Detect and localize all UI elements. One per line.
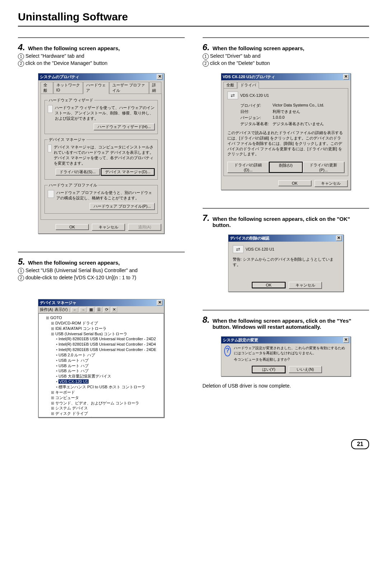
tab-hardware[interactable]: ハードウェア [83, 82, 109, 94]
yes-button[interactable]: はい(Y) [252, 366, 285, 373]
date-value: 利用できません [273, 109, 300, 114]
step6-sub2: click on the "Delete" button [210, 60, 270, 66]
toolbar-icon[interactable]: ✕ [111, 307, 117, 312]
step4-sub1: Select "Hardware" tab and [25, 53, 84, 59]
step7-head: When the following screen appears, click… [213, 214, 369, 228]
tree-item[interactable]: USB ルート ハブ [56, 363, 161, 369]
cancel-button[interactable]: キャンセル [92, 224, 125, 231]
tree-item[interactable]: ディスプレイ アダプタ [51, 416, 161, 417]
circled-1-icon: 1 [18, 268, 24, 274]
step8-number: 8. [203, 316, 210, 324]
wizard-icon [48, 105, 53, 113]
tree-item[interactable]: USB 2.0 ルート ハブ [56, 352, 161, 358]
tab-general[interactable]: 全般 [223, 82, 237, 89]
tree-root[interactable]: GOTO [46, 315, 161, 321]
msg-text: ハードウェア設定が変更されました。これらの変更を有効にするためにはコンピュータを… [234, 346, 348, 356]
tab-advanced[interactable]: 詳細 [149, 82, 161, 94]
step8-head: When the following screen appears, click… [213, 316, 369, 330]
step5-sub1: Select "USB (Universal Serial Bus) Contr… [25, 267, 138, 273]
circled-2-icon: 2 [18, 275, 24, 281]
msg2-text: 今コンピュータを再起動しますか? [234, 357, 348, 362]
driver-note: このデバイスで読み込まれたドライバ ファイルの詳細を表示するには、[ドライバの詳… [227, 130, 344, 157]
ok-button[interactable]: OK [252, 282, 285, 288]
close-icon[interactable]: ✕ [336, 236, 342, 241]
tree-item[interactable]: コンピュータ [51, 395, 161, 400]
tree-item[interactable]: Intel(R) 82801EB USB Universal Host Cont… [56, 347, 161, 352]
device-tree[interactable]: GOTO DVD/CD-ROM ドライブ IDE ATA/ATAPI コントロー… [38, 313, 164, 417]
dlg6-title: VDS CX-120 U1のプロパティ [223, 74, 275, 80]
tab-network-id[interactable]: ネットワーク ID [53, 82, 83, 94]
tree-item[interactable]: Intel(R) 82801EB USB Universal Host Cont… [56, 336, 161, 342]
tab-general[interactable]: 全般 [41, 82, 53, 94]
menu-view[interactable]: 表示(V) [55, 307, 68, 312]
toolbar-icon[interactable]: ▦ [88, 307, 94, 312]
device-name: VDS CX-120 U1 [246, 247, 274, 251]
close-icon[interactable]: ✕ [157, 74, 162, 80]
step4-head: When the following screen appears, [28, 43, 120, 51]
tree-item[interactable]: USB 大容量記憶装置デバイス [56, 374, 161, 379]
page-number: 21 [351, 439, 369, 449]
close-icon[interactable]: ✕ [343, 337, 349, 343]
forward-icon[interactable]: → [80, 307, 86, 312]
sig-value: デジタル署名されていません [273, 121, 324, 127]
tree-item[interactable]: システム デバイス [51, 406, 161, 411]
usb-icon [227, 91, 238, 99]
tree-item[interactable]: IDE ATA/ATAPI コントローラ [51, 326, 161, 331]
step5-head: When the following screen appears, [28, 257, 120, 266]
device-name: VDS CX-120 U1 [240, 93, 269, 98]
tree-item[interactable]: キーボード [51, 390, 161, 395]
device-manager-icon [48, 144, 52, 152]
group1-text: ハードウェア ウィザードを使って、ハードウェアのインストール、アンインストール、… [55, 105, 155, 121]
cancel-button[interactable]: キャンセル [289, 282, 322, 289]
date-label: 日付: [240, 109, 273, 114]
back-icon[interactable]: ← [71, 307, 78, 312]
page-title: Uninstalling Software [18, 11, 369, 27]
driver-details-button[interactable]: ドライバの詳細(D)... [227, 162, 269, 173]
close-icon[interactable]: ✕ [157, 300, 162, 305]
tab-driver[interactable]: ドライバ [237, 82, 259, 89]
tree-item[interactable]: サウンド、ビデオ、およびゲーム コントローラ [51, 400, 161, 406]
close-icon[interactable]: ✕ [343, 74, 349, 80]
tab-user-profile[interactable]: ユーザー プロファイル [109, 82, 149, 94]
ok-button[interactable]: OK [278, 180, 311, 186]
ver-value: 1.0.0.0 [273, 115, 285, 120]
toolbar-icon[interactable]: ☰ [96, 307, 102, 312]
step4-sub2: click on the "Device Manager" button [25, 60, 108, 66]
step6-sub1: Select "Driver" tab and [210, 53, 261, 59]
menu-action[interactable]: 操作(A) [40, 307, 53, 312]
tree-item-selected[interactable]: VDS CX-120 U1 [56, 379, 161, 384]
update-driver-button[interactable]: ドライバの更新(P)... [303, 162, 344, 173]
warning-text: 警告: システムからこのデバイスを削除しようとしています。 [233, 257, 339, 267]
tree-item[interactable]: ディスク ドライブ [51, 411, 161, 416]
circled-1-icon: 1 [18, 53, 24, 60]
tree-item[interactable]: 標準エンハンス PCI to USB ホスト コントローラ [56, 384, 161, 390]
prov-value: Victor Data Systems Co., Ltd. [273, 103, 324, 108]
delete-button[interactable]: 削除(U) [269, 162, 303, 173]
driver-signing-button[interactable]: ドライバの署名(S)... [56, 169, 100, 175]
circled-2-icon: 2 [203, 61, 209, 67]
step6-head: When the following screen appears, [213, 43, 305, 51]
device-manager-button[interactable]: デバイス マネージャ(D)... [101, 168, 155, 176]
ok-button[interactable]: OK [56, 224, 89, 230]
tree-item[interactable]: DVD/CD-ROM ドライブ [51, 321, 161, 326]
tree-item[interactable]: Intel(R) 82801EB USB Universal Host Cont… [56, 342, 161, 347]
apply-button: 適用(A) [128, 224, 161, 231]
ver-label: バージョン: [240, 115, 273, 120]
no-button[interactable]: いいえ(N) [289, 366, 322, 373]
dlg5-title: デバイス マネージャ [40, 300, 76, 305]
cancel-button[interactable]: キャンセル [315, 180, 348, 187]
hw-profile-button[interactable]: ハードウェア プロファイル(P)... [90, 203, 155, 210]
circled-1-icon: 1 [203, 53, 209, 60]
tree-item[interactable]: USB ルート ハブ [56, 368, 161, 374]
hw-wizard-button[interactable]: ハードウェア ウィザード(H)... [94, 123, 155, 130]
prov-label: プロバイダ: [240, 103, 273, 108]
toolbar-icon[interactable]: ⟳ [104, 307, 110, 312]
dlg4-title: システムのプロパティ [40, 74, 79, 80]
tree-item[interactable]: USB ルート ハブ [56, 358, 161, 363]
step4-number: 4. [18, 43, 25, 52]
tree-usb-controller[interactable]: USB (Universal Serial Bus) コントローラ [51, 331, 161, 337]
sig-label: デジタル署名者: [240, 121, 273, 127]
step7-number: 7. [203, 214, 210, 222]
group3-text: ハードウェア プロファイルを使うと、別のハードウェアの構成を設定し、格納すること… [56, 190, 155, 201]
info-icon: ? [224, 346, 231, 356]
